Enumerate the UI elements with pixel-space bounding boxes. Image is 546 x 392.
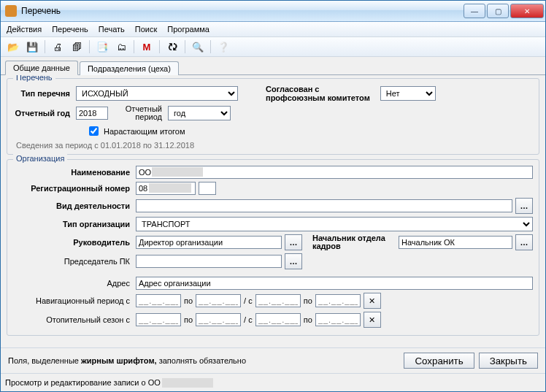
tab-units[interactable]: Подразделения (цеха) [80, 61, 179, 75]
period-label: Отчетный период [118, 105, 165, 121]
separator [159, 40, 160, 53]
to-label-3: по [184, 315, 193, 324]
addr-input[interactable] [136, 277, 533, 290]
chart-icon[interactable]: M [139, 39, 155, 55]
type-label: Тип перечня [13, 89, 73, 98]
period-select[interactable]: год [168, 106, 231, 120]
cumulative-label: Нарастающим итогом [104, 127, 185, 136]
heat-clear-button[interactable]: ✕ [364, 312, 381, 328]
nav-clear-button[interactable]: ✕ [364, 293, 381, 309]
save-icon[interactable]: 💾 [24, 39, 40, 55]
nav-from-1[interactable] [136, 294, 181, 307]
heat-to-1[interactable] [196, 313, 241, 326]
cumulative-checkbox[interactable] [89, 126, 99, 136]
heat-to-2[interactable] [315, 313, 361, 326]
minimize-button[interactable]: — [464, 4, 485, 18]
addr-label: Адрес [13, 279, 133, 288]
nav-from-2[interactable] [255, 294, 301, 307]
copy-icon[interactable]: 📑 [94, 39, 110, 55]
menu-print[interactable]: Печать [99, 25, 125, 34]
paste-icon[interactable]: 🗂 [113, 39, 129, 55]
close-form-button[interactable]: Закрыть [479, 353, 538, 369]
save-button[interactable]: Сохранить [404, 353, 474, 369]
separator [185, 40, 185, 53]
hr-label: Начальник отдела кадров [312, 234, 396, 250]
find-icon[interactable]: 🔍 [190, 39, 206, 55]
maximize-button[interactable]: ▢ [487, 4, 509, 18]
orgtype-select[interactable]: ТРАНСПОРТ [136, 217, 533, 231]
agreed-select[interactable]: Нет [380, 86, 436, 101]
orgtype-label: Тип организации [13, 220, 133, 228]
nav-to-1[interactable] [196, 294, 241, 307]
to-label-2: по [304, 296, 312, 305]
open-icon[interactable]: 📂 [5, 39, 21, 55]
separator [210, 40, 211, 53]
agreed-label-2: профсоюзным комитетом [266, 93, 373, 102]
head-input[interactable] [136, 236, 282, 249]
pk-picker-button[interactable]: … [285, 253, 302, 269]
head-label: Руководитель [13, 238, 133, 247]
to-label-4: по [304, 315, 312, 324]
activity-input[interactable] [136, 199, 512, 212]
footer-hint: Поля, выделенные жирным шрифтом, заполня… [8, 356, 399, 365]
slash-label-2: / с [244, 315, 253, 324]
year-input[interactable] [76, 107, 108, 120]
print-icon[interactable]: 🖨 [50, 39, 66, 55]
name-label: Наименование [13, 168, 133, 177]
tab-general[interactable]: Общие данные [5, 61, 78, 75]
window-title: Перечень [21, 6, 464, 16]
preview-icon[interactable]: 🗐 [69, 39, 85, 55]
status-masked [162, 378, 213, 388]
separator [134, 40, 134, 53]
help-icon[interactable]: ❔ [215, 39, 231, 55]
nav-to-2[interactable] [315, 294, 361, 307]
nav-label: Навигационный период с [13, 296, 133, 305]
app-icon [5, 5, 17, 17]
slash-label: / с [244, 296, 253, 305]
menu-list[interactable]: Перечень [52, 25, 88, 34]
separator [45, 40, 45, 53]
to-label: по [184, 296, 193, 305]
group-list-legend: Перечень [13, 74, 55, 82]
reg-label: Регистрационный номер [13, 184, 133, 193]
separator [89, 40, 90, 53]
menu-actions[interactable]: Действия [7, 25, 42, 34]
heat-from-2[interactable] [255, 313, 301, 326]
close-button[interactable]: ✕ [510, 4, 544, 18]
agreed-label-1: Согласован с [266, 85, 373, 93]
heat-label: Отопительный сезон с [13, 315, 133, 324]
activity-label: Вид деятельности [13, 201, 133, 210]
period-info: Сведения за период с 01.01.2018 по 31.12… [16, 141, 533, 150]
group-org-legend: Организация [13, 154, 67, 163]
pk-label: Председатель ПК [13, 257, 133, 266]
type-select[interactable]: ИСХОДНЫЙ [76, 86, 238, 101]
pk-input[interactable] [136, 255, 282, 268]
reg-input-2[interactable] [199, 182, 216, 195]
head-picker-button[interactable]: … [285, 234, 302, 250]
heat-from-1[interactable] [136, 313, 181, 326]
status-text: Просмотр и редактирование записи о ОО [5, 378, 161, 387]
menu-program[interactable]: Программа [167, 25, 209, 34]
year-label: Отчетный год [13, 109, 73, 118]
hr-picker-button[interactable]: … [515, 234, 533, 250]
refresh-icon[interactable]: 🗘 [164, 39, 180, 55]
menu-search[interactable]: Поиск [135, 25, 157, 34]
activity-picker-button[interactable]: … [515, 198, 533, 214]
hr-input[interactable] [399, 236, 512, 249]
